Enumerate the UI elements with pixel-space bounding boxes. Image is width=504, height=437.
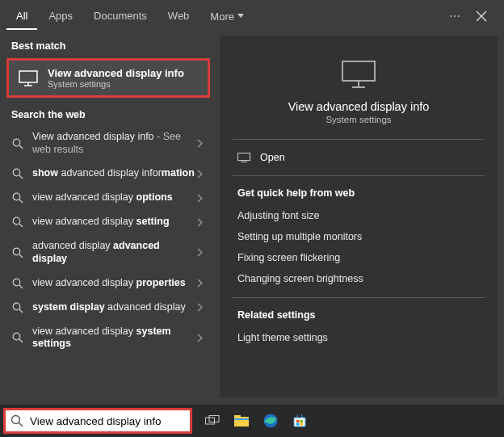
tab-more[interactable]: More [200, 3, 254, 30]
quick-help-link[interactable]: Fixing screen flickering [220, 247, 498, 268]
results-pane: Best match View advanced display info Sy… [0, 32, 216, 404]
svg-point-9 [13, 217, 20, 225]
monitor-icon [341, 57, 376, 92]
best-match-item[interactable]: View advanced display info System settin… [6, 58, 210, 98]
chevron-right-icon[interactable] [197, 303, 208, 312]
svg-line-14 [19, 285, 23, 288]
topbar: All Apps Documents Web More ⋯ [0, 0, 504, 32]
preview-header: View advanced display info System settin… [220, 36, 498, 139]
web-result-text: show advanced display information [32, 167, 197, 180]
quick-help-link[interactable]: Adjusting font size [220, 205, 498, 226]
search-icon [11, 167, 24, 180]
svg-rect-0 [19, 71, 37, 82]
tab-all[interactable]: All [6, 3, 37, 30]
search-icon [6, 414, 28, 427]
taskbar-icons [200, 409, 312, 433]
task-view-icon[interactable] [200, 409, 225, 433]
svg-rect-33 [296, 420, 300, 422]
quick-help-link[interactable]: Setting up multiple monitors [220, 226, 498, 247]
tab-documents[interactable]: Documents [84, 3, 157, 30]
search-input[interactable] [28, 410, 190, 431]
svg-line-25 [19, 423, 23, 427]
topbar-right: ⋯ [449, 6, 498, 26]
svg-line-12 [19, 254, 23, 258]
web-results-list: View advanced display info - See web res… [0, 125, 216, 356]
web-result-item[interactable]: view advanced display setting [0, 210, 216, 234]
search-icon [11, 277, 24, 290]
related-list: Light theme settings [220, 327, 498, 348]
search-icon [11, 301, 24, 314]
svg-rect-19 [342, 61, 375, 81]
svg-point-15 [13, 303, 20, 310]
web-result-item[interactable]: view advanced display system settings [0, 320, 216, 356]
chevron-right-icon[interactable] [197, 170, 208, 179]
chevron-right-icon[interactable] [197, 248, 208, 257]
quick-help-header: Get quick help from web [220, 176, 498, 205]
search-icon [11, 137, 24, 150]
svg-rect-35 [296, 423, 300, 426]
best-match-title: View advanced display info [48, 67, 184, 79]
open-label: Open [260, 152, 285, 163]
web-result-text: advanced display advanced display [32, 240, 197, 265]
open-action[interactable]: Open [220, 140, 498, 175]
svg-point-11 [13, 248, 20, 255]
chevron-right-icon[interactable] [197, 194, 208, 203]
web-result-text: view advanced display setting [32, 216, 197, 229]
related-link[interactable]: Light theme settings [220, 327, 498, 348]
preview-title: View advanced display info [288, 100, 430, 113]
tab-more-label: More [210, 11, 234, 23]
search-icon [11, 246, 24, 259]
svg-line-18 [19, 339, 23, 342]
svg-point-17 [13, 333, 20, 340]
web-result-text: view advanced display properties [32, 277, 197, 290]
chevron-down-icon [237, 14, 244, 19]
svg-point-24 [12, 416, 20, 424]
taskbar [0, 405, 504, 437]
tab-apps[interactable]: Apps [39, 3, 82, 30]
close-icon[interactable] [472, 6, 491, 26]
svg-line-8 [19, 200, 23, 203]
svg-point-3 [13, 139, 20, 146]
open-icon [237, 151, 250, 164]
tab-web[interactable]: Web [158, 3, 200, 30]
more-options-icon[interactable]: ⋯ [449, 10, 462, 23]
web-result-text: View advanced display info - See web res… [32, 131, 197, 156]
search-icon [11, 331, 24, 344]
web-result-item[interactable]: view advanced display properties [0, 271, 216, 296]
web-result-text: view advanced display options [32, 191, 197, 204]
web-result-item[interactable]: advanced display advanced display [0, 234, 216, 271]
svg-rect-30 [234, 418, 249, 420]
quick-help-link[interactable]: Changing screen brightness [220, 268, 498, 289]
search-icon [11, 216, 24, 229]
store-icon[interactable] [288, 409, 312, 433]
svg-rect-22 [238, 153, 250, 161]
chevron-right-icon[interactable] [197, 279, 208, 288]
chevron-right-icon[interactable] [197, 334, 208, 342]
svg-line-4 [19, 145, 23, 149]
svg-rect-34 [300, 420, 304, 422]
best-match-text: View advanced display info System settin… [48, 67, 184, 89]
svg-line-16 [19, 309, 23, 313]
web-result-item[interactable]: show advanced display information [0, 162, 216, 186]
svg-rect-26 [206, 418, 215, 424]
web-result-item[interactable]: View advanced display info - See web res… [0, 125, 216, 162]
chevron-right-icon[interactable] [197, 139, 208, 148]
search-icon [11, 191, 24, 204]
web-result-item[interactable]: system display advanced display [0, 296, 216, 320]
svg-point-7 [13, 193, 20, 200]
preview-subtitle: System settings [326, 115, 391, 124]
file-explorer-icon[interactable] [229, 409, 254, 433]
filter-tabs: All Apps Documents Web More [6, 3, 254, 30]
taskbar-search[interactable] [3, 408, 192, 434]
chevron-right-icon[interactable] [197, 218, 208, 227]
best-match-subtitle: System settings [48, 79, 184, 89]
quick-help-list: Adjusting font sizeSetting up multiple m… [220, 205, 498, 289]
search-window: All Apps Documents Web More ⋯ Best match [0, 0, 504, 437]
svg-line-10 [19, 224, 23, 227]
edge-icon[interactable] [258, 409, 283, 433]
web-result-item[interactable]: view advanced display options [0, 186, 216, 210]
best-match-label: Best match [0, 36, 216, 57]
monitor-icon [19, 69, 38, 88]
svg-line-6 [19, 175, 23, 179]
svg-rect-32 [294, 418, 305, 426]
